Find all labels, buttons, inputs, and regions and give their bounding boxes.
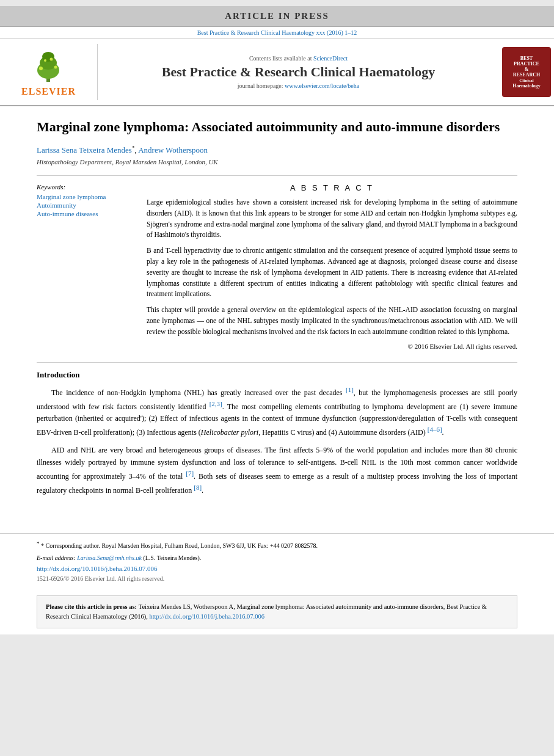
keywords-heading: Keywords:: [37, 183, 134, 191]
keywords-column: Keywords: Marginal zone lymphoma Autoimm…: [37, 183, 134, 350]
keyword-1: Marginal zone lymphoma: [37, 193, 134, 200]
abstract-para-2: B and T-cell hyperactivity due to chroni…: [147, 245, 517, 300]
banner-text: ARTICLE IN PRESS: [225, 11, 329, 21]
page: ARTICLE IN PRESS Best Practice & Researc…: [0, 6, 554, 634]
intro-para-2: AID and NHL are very broad and heterogen…: [37, 445, 517, 496]
elsevier-tree-icon: [24, 47, 73, 84]
doi-link[interactable]: http://dx.doi.org/10.1016/j.beha.2016.07…: [37, 565, 517, 572]
abstract-para-3: This chapter will provide a general over…: [147, 305, 517, 337]
abstract-copyright: © 2016 Elsevier Ltd. All rights reserved…: [147, 343, 517, 350]
authors-line: Larissa Sena Teixeira Mendes*, Andrew Wo…: [37, 145, 517, 155]
main-content: Marginal zone lymphoma: Associated autoi…: [0, 106, 554, 515]
elsevier-logo-area: ELSEVIER: [0, 44, 98, 100]
abstract-heading: A B S T R A C T: [147, 183, 517, 192]
email-label: E-mail address:: [37, 554, 77, 561]
abstract-para-1: Large epidemiological studies have shown…: [147, 197, 517, 241]
footer-area: * * Corresponding author. Royal Marsden …: [0, 533, 554, 589]
elsevier-text: ELSEVIER: [21, 86, 76, 97]
ref-4-6[interactable]: [4–6]: [428, 426, 442, 433]
svg-point-5: [54, 66, 57, 69]
divider-2: [37, 362, 517, 363]
sciencedirect-link[interactable]: ScienceDirect: [313, 55, 348, 62]
article-title: Marginal zone lymphoma: Associated autoi…: [37, 118, 517, 136]
helicobacter-italic: Helicobacter pylori: [201, 428, 258, 437]
article-in-press-banner: ARTICLE IN PRESS: [0, 6, 554, 27]
ref-8[interactable]: [8]: [194, 484, 202, 491]
header-area: ELSEVIER Contents lists available at Sci…: [0, 39, 554, 106]
ref-2-3[interactable]: [2,3]: [210, 400, 222, 407]
affiliation: Histopathology Department, Royal Marsden…: [37, 158, 517, 165]
ref-1[interactable]: [1]: [346, 386, 354, 393]
svg-point-3: [42, 52, 54, 62]
intro-para-1: The incidence of non-Hodgkin lymphoma (N…: [37, 385, 517, 439]
author-andrew: Andrew Wotherspoon: [138, 145, 208, 154]
footnote-email: E-mail address: Larissa.Sena@rmh.nhs.uk …: [37, 553, 517, 562]
svg-point-7: [50, 58, 53, 61]
journal-ref-line: Best Practice & Research Clinical Haemat…: [0, 27, 554, 39]
contents-line: Contents lists available at ScienceDirec…: [249, 55, 348, 62]
keyword-2: Autoimmunity: [37, 202, 134, 209]
elsevier-logo: ELSEVIER: [21, 47, 76, 97]
citation-box: Please cite this article in press as: Te…: [37, 595, 517, 629]
abstract-column: A B S T R A C T Large epidemiological st…: [147, 183, 517, 350]
contents-prefix: Contents lists available at: [249, 55, 313, 62]
journal-title: Best Practice & Research Clinical Haemat…: [162, 64, 435, 80]
citation-doi-link[interactable]: http://dx.doi.org/10.1016/j.beha.2016.07…: [149, 613, 264, 620]
keyword-3: Auto-immune diseases: [37, 210, 134, 217]
issn-text: 1521-6926/© 2016 Elsevier Ltd. All right…: [37, 575, 164, 582]
abstract-section: Keywords: Marginal zone lymphoma Autoimm…: [37, 183, 517, 350]
footnote-star: *: [37, 540, 40, 547]
right-logo-text: BESTPRACTICE&RESEARCHClinicalHaematology: [509, 53, 543, 92]
citation-label: Please cite this article in press as:: [46, 603, 139, 610]
email-suffix: (L.S. Teixeira Mendes).: [142, 554, 201, 561]
email-link[interactable]: Larissa.Sena@rmh.nhs.uk: [77, 554, 142, 561]
footnote-corresponding: * * Corresponding author. Royal Marsden …: [37, 540, 517, 550]
author-larissa: Larissa Sena Teixeira Mendes: [37, 145, 132, 154]
corresponding-text: * Corresponding author. Royal Marsden Ho…: [41, 543, 318, 550]
journal-homepage: journal homepage: www.elsevier.com/locat…: [238, 82, 359, 89]
introduction-heading: Introduction: [37, 370, 517, 380]
svg-point-4: [39, 67, 43, 70]
divider-1: [37, 175, 517, 176]
header-center: Contents lists available at ScienceDirec…: [98, 44, 499, 100]
right-logo-area: BESTPRACTICE&RESEARCHClinicalHaematology: [502, 47, 551, 97]
corresponding-star: *: [132, 145, 135, 151]
ref-7[interactable]: [7]: [186, 470, 194, 477]
homepage-link[interactable]: www.elsevier.com/locate/beha: [285, 82, 359, 89]
homepage-prefix: journal homepage:: [238, 82, 285, 89]
journal-ref-text: Best Practice & Research Clinical Haemat…: [197, 29, 357, 36]
svg-point-6: [44, 59, 46, 62]
